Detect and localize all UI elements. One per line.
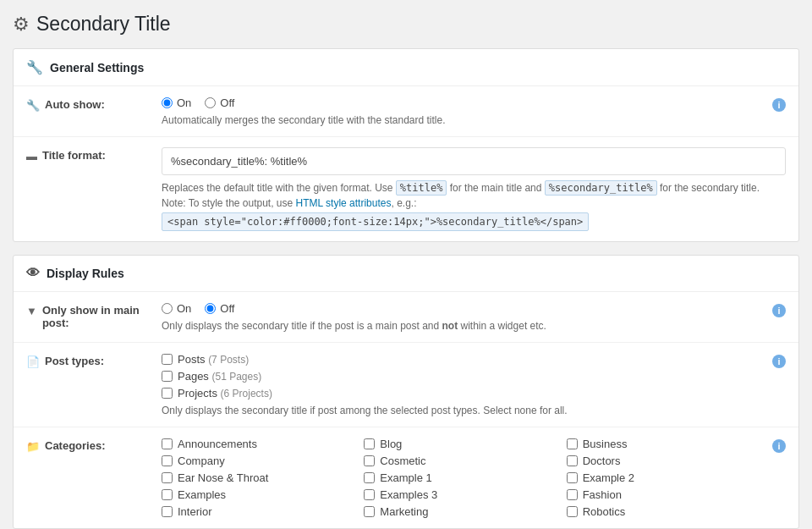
- category-business[interactable]: Business: [567, 438, 760, 450]
- category-example2-checkbox[interactable]: [567, 472, 578, 483]
- category-robotics[interactable]: Robotics: [567, 505, 760, 518]
- secondary-title-code-inline: %secondary_title%: [545, 180, 657, 196]
- only-show-on-radio[interactable]: [162, 303, 173, 314]
- category-cosmetic-checkbox[interactable]: [364, 455, 375, 466]
- post-types-description: Only displays the secondary title if pos…: [162, 405, 760, 416]
- category-ear-nose-throat-checkbox[interactable]: [162, 472, 173, 483]
- title-format-icon: ▬: [26, 150, 37, 163]
- title-format-label: ▬ Title format:: [26, 147, 162, 163]
- category-announcements-checkbox[interactable]: [162, 438, 173, 449]
- category-example1[interactable]: Example 1: [364, 471, 557, 484]
- html-style-attributes-link[interactable]: HTML style attributes: [296, 197, 392, 209]
- category-examples3[interactable]: Examples 3: [364, 488, 557, 501]
- post-type-pages[interactable]: Pages (51 Pages): [162, 370, 760, 383]
- post-type-projects-checkbox[interactable]: [162, 388, 173, 399]
- categories-info-col: i: [760, 438, 786, 453]
- post-type-projects[interactable]: Projects (6 Projects): [162, 387, 760, 400]
- categories-control-row: Announcements Blog Business Company: [162, 438, 786, 518]
- category-fashion[interactable]: Fashion: [567, 488, 760, 501]
- category-business-checkbox[interactable]: [567, 438, 578, 449]
- category-doctors[interactable]: Doctors: [567, 455, 760, 467]
- document-icon: 📄: [26, 355, 40, 368]
- folder-icon: 📁: [26, 440, 40, 453]
- categories-row: 📁 Categories: Announcements Blog: [14, 427, 798, 528]
- post-types-info-col: i: [760, 353, 786, 368]
- page-title: Secondary Title: [36, 13, 171, 36]
- auto-show-control-row: On Off Automatically merges the secondar…: [162, 96, 786, 126]
- general-settings-title: General Settings: [50, 61, 144, 74]
- category-blog[interactable]: Blog: [364, 438, 557, 450]
- display-rules-header: 👁 Display Rules: [14, 256, 798, 292]
- only-show-info-icon[interactable]: i: [772, 304, 786, 317]
- filter-icon: ▼: [26, 305, 37, 317]
- title-code-inline: %title%: [396, 180, 447, 196]
- post-types-control-row: Posts (7 Posts) Pages (51 Pages) Project…: [162, 353, 786, 416]
- category-examples-checkbox[interactable]: [162, 489, 173, 500]
- general-settings-header: 🔧 General Settings: [14, 49, 798, 86]
- auto-show-row: 🔧 Auto show: On Off: [14, 86, 798, 137]
- category-fashion-checkbox[interactable]: [567, 489, 578, 500]
- post-types-content: Posts (7 Posts) Pages (51 Pages) Project…: [162, 353, 786, 416]
- category-examples[interactable]: Examples: [162, 488, 355, 501]
- category-marketing[interactable]: Marketing: [364, 505, 557, 518]
- auto-show-icon: 🔧: [26, 99, 40, 112]
- eye-icon: 👁: [26, 266, 40, 281]
- title-format-input[interactable]: [162, 147, 786, 175]
- only-show-on-option[interactable]: On: [162, 302, 191, 315]
- category-interior-checkbox[interactable]: [162, 506, 173, 517]
- categories-info-icon[interactable]: i: [772, 439, 786, 453]
- auto-show-on-option[interactable]: On: [162, 96, 191, 109]
- category-interior[interactable]: Interior: [162, 505, 355, 518]
- post-types-label: 📄 Post types:: [26, 353, 162, 368]
- only-show-main-label: ▼ Only show in main post:: [26, 302, 162, 329]
- title-format-row: ▬ Title format: Replaces the default tit…: [14, 137, 798, 241]
- category-marketing-checkbox[interactable]: [364, 506, 375, 517]
- page-title-container: ⚙ Secondary Title: [13, 13, 799, 36]
- auto-show-info-col: i: [760, 96, 786, 112]
- only-show-info-col: i: [760, 302, 786, 317]
- category-example2[interactable]: Example 2: [567, 471, 760, 484]
- title-format-description: Replaces the default title with the give…: [162, 182, 786, 194]
- categories-content: Announcements Blog Business Company: [162, 438, 786, 518]
- only-show-main-content: On Off Only displays the secondary title…: [162, 302, 786, 332]
- only-show-controls: On Off Only displays the secondary title…: [162, 302, 760, 332]
- category-blog-checkbox[interactable]: [364, 438, 375, 449]
- auto-show-description: Automatically merges the secondary title…: [162, 114, 760, 126]
- post-types-controls: Posts (7 Posts) Pages (51 Pages) Project…: [162, 353, 760, 416]
- wrench-icon: 🔧: [26, 59, 43, 75]
- categories-grid: Announcements Blog Business Company: [162, 438, 760, 518]
- category-announcements[interactable]: Announcements: [162, 438, 355, 450]
- only-show-off-option[interactable]: Off: [205, 302, 234, 315]
- post-type-posts[interactable]: Posts (7 Posts): [162, 353, 760, 366]
- category-ear-nose-throat[interactable]: Ear Nose & Throat: [162, 471, 355, 484]
- category-examples3-checkbox[interactable]: [364, 489, 375, 500]
- category-robotics-checkbox[interactable]: [567, 506, 578, 517]
- auto-show-info-icon[interactable]: i: [772, 98, 786, 112]
- only-show-radio-group: On Off: [162, 302, 760, 315]
- auto-show-content: On Off Automatically merges the secondar…: [162, 96, 786, 126]
- only-show-off-radio[interactable]: [205, 303, 216, 314]
- auto-show-off-radio[interactable]: [205, 97, 216, 108]
- category-doctors-checkbox[interactable]: [567, 455, 578, 466]
- category-company-checkbox[interactable]: [162, 455, 173, 466]
- auto-show-off-option[interactable]: Off: [205, 96, 234, 109]
- categories-label: 📁 Categories:: [26, 438, 162, 453]
- auto-show-controls: On Off Automatically merges the secondar…: [162, 96, 760, 126]
- categories-controls: Announcements Blog Business Company: [162, 438, 760, 518]
- post-type-posts-checkbox[interactable]: [162, 354, 173, 365]
- category-cosmetic[interactable]: Cosmetic: [364, 455, 557, 467]
- category-example1-checkbox[interactable]: [364, 472, 375, 483]
- auto-show-radio-group: On Off: [162, 96, 760, 109]
- code-example-block: <span style="color:#ff0000;font-size:14p…: [162, 212, 589, 231]
- category-company[interactable]: Company: [162, 455, 355, 467]
- only-show-description: Only displays the secondary title if the…: [162, 320, 760, 332]
- auto-show-on-radio[interactable]: [162, 97, 173, 108]
- title-format-note: Note: To style the output, use HTML styl…: [162, 197, 786, 231]
- title-format-content: Replaces the default title with the give…: [162, 147, 786, 231]
- display-rules-card: 👁 Display Rules ▼ Only show in main post…: [13, 255, 799, 529]
- post-type-pages-checkbox[interactable]: [162, 371, 173, 382]
- auto-show-label: 🔧 Auto show:: [26, 96, 162, 112]
- post-types-info-icon[interactable]: i: [772, 355, 786, 368]
- display-rules-title: Display Rules: [47, 267, 124, 280]
- post-types-row: 📄 Post types: Posts (7 Posts) Pages (51 …: [14, 343, 798, 427]
